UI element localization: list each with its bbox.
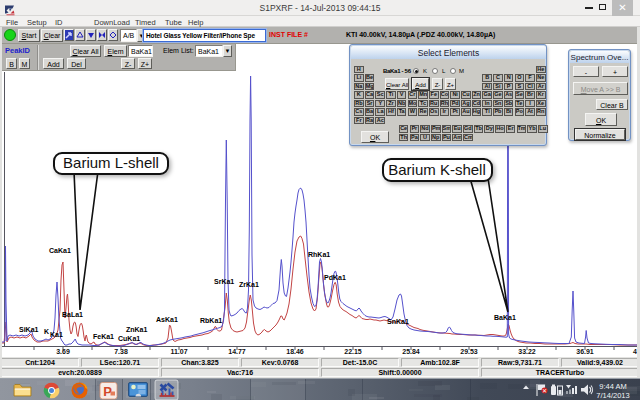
- svg-text:Barium L-shell: Barium L-shell: [63, 154, 159, 171]
- svg-text:Barium K-shell: Barium K-shell: [388, 161, 486, 178]
